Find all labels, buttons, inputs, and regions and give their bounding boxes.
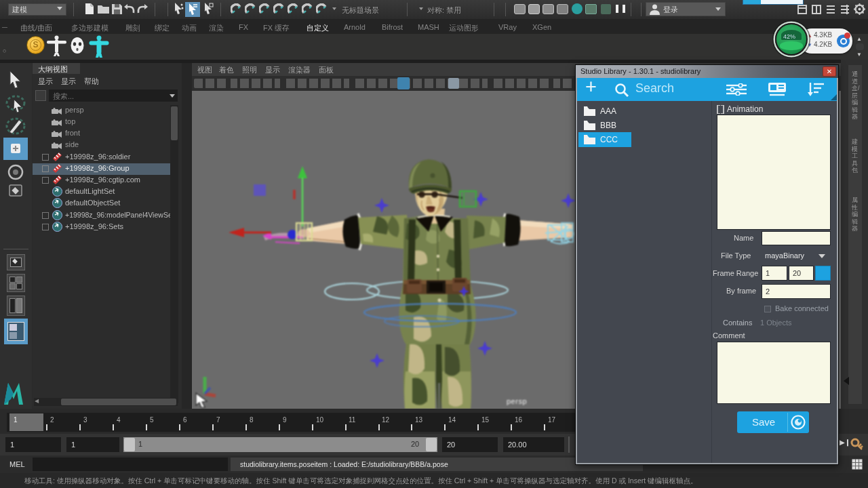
svg-text:persp: persp	[507, 397, 527, 405]
